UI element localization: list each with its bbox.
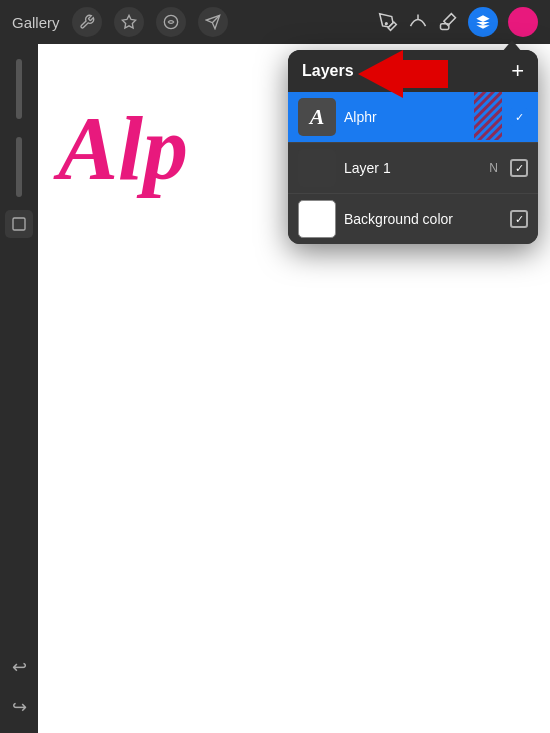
size-slider[interactable] xyxy=(16,59,22,119)
opacity-slider[interactable] xyxy=(16,137,22,197)
smudge-tool-icon[interactable] xyxy=(408,12,428,32)
script-icon[interactable] xyxy=(156,7,186,37)
left-sidebar: ↩ ↪ xyxy=(0,44,38,733)
layer-thumbnail xyxy=(298,149,336,187)
layers-button[interactable] xyxy=(468,7,498,37)
eraser-tool-icon[interactable] xyxy=(438,12,458,32)
toolbar-left: Gallery xyxy=(12,7,228,37)
color-picker-button[interactable] xyxy=(508,7,538,37)
layer-thumbnail: A xyxy=(298,98,336,136)
layer-row[interactable]: Background color ✓ xyxy=(288,193,538,244)
canvas-text: Alp xyxy=(58,104,188,194)
layers-header: Layers + xyxy=(288,50,538,92)
layers-panel: Layers + A Alphr ✓ Layer 1 N ✓ xyxy=(288,50,538,244)
layer-thumbnail xyxy=(298,200,336,238)
svg-point-3 xyxy=(386,23,388,25)
svg-rect-5 xyxy=(13,218,25,230)
shape-tool-icon[interactable] xyxy=(5,210,33,238)
pen-tool-icon[interactable] xyxy=(378,12,398,32)
magic-icon[interactable] xyxy=(114,7,144,37)
redo-button[interactable]: ↪ xyxy=(7,691,32,723)
add-layer-button[interactable]: + xyxy=(511,60,524,82)
layer-visibility-checkbox[interactable]: ✓ xyxy=(510,210,528,228)
top-toolbar: Gallery xyxy=(0,0,550,44)
layer-visibility-checkbox[interactable]: ✓ xyxy=(510,159,528,177)
layer-stripes-decoration xyxy=(474,92,502,140)
gallery-button[interactable]: Gallery xyxy=(12,14,60,31)
svg-point-0 xyxy=(164,15,177,28)
toolbar-right xyxy=(378,7,538,37)
undo-button[interactable]: ↩ xyxy=(7,651,32,683)
layer-row[interactable]: Layer 1 N ✓ xyxy=(288,142,538,193)
panel-pointer xyxy=(502,40,522,52)
layers-title: Layers xyxy=(302,62,354,80)
send-icon[interactable] xyxy=(198,7,228,37)
layer-blend-mode-badge: N xyxy=(489,161,498,175)
layer-thumb-letter: A xyxy=(310,104,325,130)
wrench-icon[interactable] xyxy=(72,7,102,37)
layer-name: Background color xyxy=(344,211,502,227)
svg-rect-7 xyxy=(474,92,502,140)
layer-visibility-checkbox[interactable]: ✓ xyxy=(510,108,528,126)
layer-row[interactable]: A Alphr ✓ xyxy=(288,92,538,142)
layer-name: Layer 1 xyxy=(344,160,481,176)
